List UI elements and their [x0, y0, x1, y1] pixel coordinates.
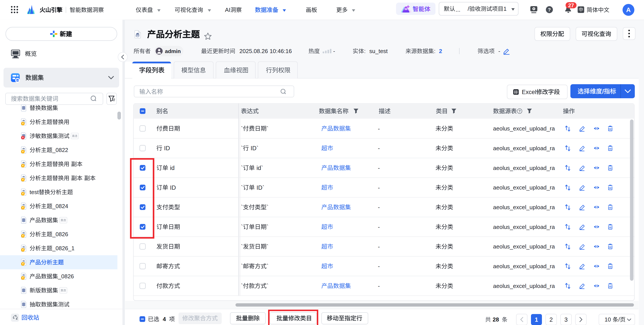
svg-text:2: 2 [439, 48, 442, 54]
svg-text:`: ` [241, 145, 243, 152]
svg-text:aeolus_excel_upload_ra: aeolus_excel_upload_ra [493, 204, 555, 210]
svg-text:10:46:16: 10:46:16 [270, 48, 292, 54]
svg-text:?: ? [548, 7, 551, 13]
svg-text:1: 1 [503, 6, 506, 12]
svg-text:ID: ID [170, 184, 176, 191]
svg-text:1: 1 [535, 316, 538, 323]
svg-text:27: 27 [568, 3, 574, 8]
svg-text:_0824: _0824 [52, 203, 68, 209]
svg-text:-: - [378, 224, 380, 230]
svg-text:`: ` [266, 283, 268, 289]
svg-text:aeolus_excel_upload_ra: aeolus_excel_upload_ra [493, 224, 555, 230]
svg-text:-: - [378, 125, 380, 132]
svg-text:A: A [626, 6, 631, 13]
svg-text:4: 4 [163, 316, 166, 322]
svg-text:-: - [498, 48, 500, 54]
svg-text:test: test [30, 189, 39, 195]
svg-text:`: ` [266, 204, 268, 210]
svg-text:aeolus_excel_upload_ra: aeolus_excel_upload_ra [493, 145, 555, 152]
svg-text:-: - [378, 165, 380, 171]
svg-text:aeolus_excel_upload_ra: aeolus_excel_upload_ra [493, 165, 555, 171]
svg-text::: : [434, 48, 436, 54]
svg-text:/: / [602, 88, 604, 95]
svg-text:2025.08.26: 2025.08.26 [240, 48, 268, 54]
svg-text:AI: AI [225, 7, 230, 13]
svg-text:id: id [170, 165, 174, 171]
svg-text:`: ` [241, 224, 243, 230]
svg-text:ID`: ID` [256, 184, 264, 191]
svg-text:28: 28 [493, 316, 499, 323]
svg-text:`: ` [241, 263, 243, 269]
svg-text:ID: ID [164, 145, 170, 152]
svg-text:ID`: ID` [250, 145, 258, 152]
svg-text:-: - [378, 204, 380, 210]
svg-text:?: ? [518, 109, 521, 113]
svg-text:`: ` [266, 125, 268, 132]
svg-text:aeolus_excel_upload_ra: aeolus_excel_upload_ra [493, 184, 555, 191]
svg-text:`: ` [266, 263, 268, 269]
svg-text:`: ` [266, 243, 268, 250]
svg-text:...: ... [456, 6, 460, 13]
svg-text:/: / [468, 6, 470, 12]
svg-text:aeolus_excel_upload_ra: aeolus_excel_upload_ra [493, 263, 555, 269]
svg-text::: : [364, 48, 366, 54]
svg-text:id`: id` [256, 165, 263, 171]
svg-text:`: ` [241, 165, 243, 171]
svg-text:3: 3 [564, 316, 568, 323]
svg-text:-: - [378, 263, 380, 269]
svg-text:-: - [333, 48, 335, 54]
svg-text:admin: admin [165, 48, 181, 54]
svg-text:aeolus_excel_upload_ra: aeolus_excel_upload_ra [493, 125, 555, 132]
svg-text:`: ` [241, 184, 243, 191]
svg-text:aeolus_excel_upload_ra: aeolus_excel_upload_ra [493, 283, 555, 289]
svg-text:Excel: Excel [522, 89, 536, 95]
svg-text:`: ` [241, 243, 243, 250]
svg-text:_0822: _0822 [52, 147, 68, 153]
svg-text:-: - [378, 145, 380, 152]
svg-text:_0826: _0826 [52, 231, 68, 237]
svg-text:`: ` [266, 224, 268, 230]
svg-text:`: ` [241, 204, 243, 210]
svg-text:2: 2 [550, 316, 553, 323]
svg-text:aeolus_excel_upload_ra: aeolus_excel_upload_ra [493, 243, 555, 250]
svg-text:-: - [378, 184, 380, 191]
svg-text:_0826_1: _0826_1 [52, 245, 74, 251]
svg-text:-: - [378, 243, 380, 250]
svg-text:`: ` [241, 283, 243, 289]
svg-text:/: / [618, 316, 620, 323]
svg-text:-: - [378, 283, 380, 289]
svg-text:su_test: su_test [369, 48, 388, 54]
svg-text:_0826: _0826 [58, 273, 74, 280]
svg-text:`: ` [241, 125, 243, 132]
svg-text:10: 10 [604, 316, 611, 323]
